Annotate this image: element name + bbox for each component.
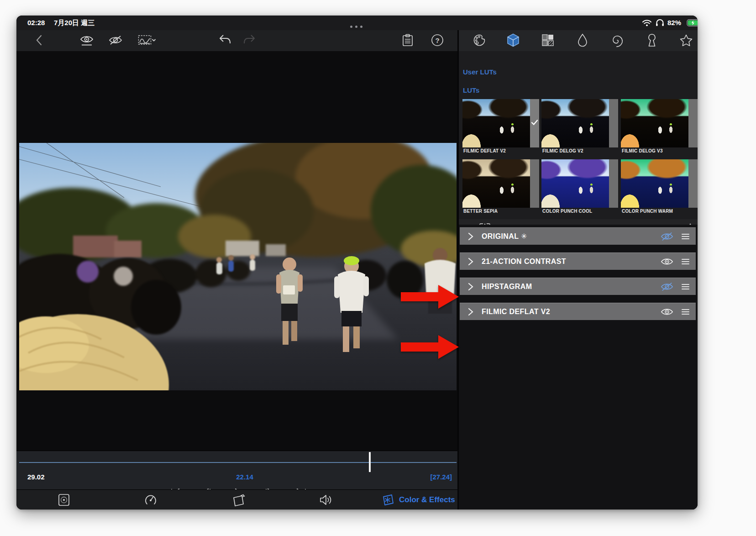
frame-fit-button[interactable]: [55, 492, 73, 508]
effects-grid-icon: [541, 34, 554, 47]
eye-icon: [79, 34, 94, 46]
tab-color[interactable]: [472, 32, 487, 48]
wifi-icon: [642, 19, 652, 26]
undo-icon: [218, 34, 232, 46]
layer-row-hipstagram[interactable]: HIPSTAGRAM: [460, 278, 696, 295]
preview-pane: [16, 51, 457, 451]
timeline-track[interactable]: [19, 462, 457, 463]
back-button[interactable]: [31, 32, 47, 48]
layer-row-original[interactable]: ORIGINAL ✳: [460, 227, 696, 245]
lut-cell-color-punch-cool[interactable]: COLOR PUNCH COOL: [541, 159, 618, 216]
preview-toolbar: ?: [16, 30, 457, 52]
chevron-right-icon[interactable]: [467, 257, 474, 266]
hide-effects-button[interactable]: [108, 32, 123, 48]
drag-handle-icon[interactable]: [682, 283, 689, 291]
playhead[interactable]: [369, 452, 371, 472]
lut-thumbnail: [541, 159, 609, 208]
distort-spiral-icon: [610, 33, 624, 47]
undo-button[interactable]: [217, 32, 233, 48]
bottom-toolbar: Color & Effects: [16, 489, 457, 510]
drag-handle-icon[interactable]: [682, 257, 689, 266]
drag-handle-icon[interactable]: [682, 232, 689, 241]
lut-thumbnail: [621, 99, 688, 147]
tab-favorites[interactable]: [678, 32, 694, 48]
tab-luts[interactable]: [505, 32, 521, 48]
battery-charging-icon: [687, 19, 698, 26]
color-effects-icon: [381, 493, 395, 507]
multitask-indicator[interactable]: [349, 21, 364, 30]
lut-thumbnail: [462, 159, 530, 208]
luts-heading[interactable]: LUTs: [463, 86, 479, 94]
eye-icon[interactable]: [660, 307, 674, 317]
layer-row-filmic-deflat-v2[interactable]: FILMIC DEFLAT V2: [460, 303, 696, 320]
annotation-arrow-2: [401, 335, 459, 359]
keying-icon: [646, 33, 658, 47]
layer-label: HIPSTAGRAM: [482, 283, 532, 291]
scopes-icon: [138, 34, 156, 46]
eye-off-icon: [108, 35, 123, 45]
range-end-time: [27.24]: [397, 473, 452, 481]
back-chevron-icon: [36, 35, 42, 46]
lut-cell-filmic-deflat-v2[interactable]: FILMIC DEFLAT V2: [462, 99, 539, 156]
lut-name: FILMIC DELOG V2: [542, 148, 618, 153]
layer-label: FILMIC DEFLAT V2: [482, 308, 550, 316]
transform-button[interactable]: [230, 492, 248, 508]
help-icon: ?: [431, 34, 444, 47]
frame-fit-icon: [57, 493, 71, 507]
scopes-button[interactable]: [137, 32, 157, 48]
redo-button[interactable]: [242, 32, 257, 48]
annotation-arrow-1: [401, 284, 459, 309]
audio-button[interactable]: [316, 492, 335, 508]
lut-cell-better-sepia[interactable]: BETTER SEPIA: [462, 159, 539, 216]
eye-off-blue-icon[interactable]: [660, 282, 674, 292]
speed-button[interactable]: [142, 492, 160, 508]
current-time: 22.14: [217, 473, 272, 481]
drag-handle-icon[interactable]: [682, 308, 689, 316]
layer-row-21-action-contrast[interactable]: 21-ACTION CONTRAST: [460, 252, 696, 270]
tab-effects[interactable]: [540, 32, 556, 48]
lut-cell-color-punch-warm[interactable]: COLOR PUNCH WARM: [621, 159, 698, 216]
clipboard-icon: [402, 34, 414, 47]
tab-distort[interactable]: [609, 32, 625, 48]
layer-label: 21-ACTION CONTRAST: [482, 257, 566, 266]
show-effects-button[interactable]: [79, 32, 94, 48]
favorites-star-icon: [679, 34, 693, 47]
eye-icon[interactable]: [660, 257, 674, 267]
clipboard-button[interactable]: [400, 32, 415, 48]
lut-thumbnail: [462, 99, 530, 147]
chevron-right-icon[interactable]: [467, 232, 474, 241]
color-effects-button[interactable]: [379, 492, 397, 508]
lut-name: COLOR PUNCH COOL: [542, 209, 618, 214]
status-time: 02:28: [27, 19, 45, 26]
svg-text:?: ?: [435, 37, 439, 44]
lut-name: FILMIC DELOG V3: [622, 148, 698, 153]
lut-thumbnail: [621, 159, 688, 208]
eye-off-blue-icon[interactable]: [660, 231, 674, 242]
app-window: 02:28 7月20日 週三 82%: [16, 16, 698, 510]
lut-strip: [609, 159, 618, 208]
palette-icon: [473, 34, 486, 47]
chevron-right-icon[interactable]: [467, 282, 474, 291]
lut-selected-strip: [530, 99, 539, 147]
lut-name: COLOR PUNCH WARM: [622, 209, 698, 214]
clip-duration: 29.02: [27, 473, 45, 481]
lut-cube-icon: [507, 33, 520, 47]
lut-thumbnail: [541, 99, 609, 147]
tab-keying[interactable]: [644, 32, 660, 48]
headphones-icon: [656, 19, 664, 26]
color-effects-label[interactable]: Color & Effects: [399, 495, 455, 504]
lut-name: BETTER SEPIA: [463, 209, 539, 214]
lut-cell-filmic-delog-v3[interactable]: FILMIC DELOG V3: [621, 99, 698, 156]
user-luts-heading[interactable]: User LUTs: [463, 68, 497, 76]
effect-layers-area: ORIGINAL ✳ 21-ACTION CONTRAST HIPSTAGRAM…: [459, 225, 698, 510]
layer-label: ORIGINAL ✳: [482, 232, 527, 241]
video-frame: [19, 143, 457, 390]
transform-icon: [231, 493, 246, 507]
chevron-right-icon[interactable]: [467, 307, 474, 316]
tab-blur[interactable]: [575, 32, 590, 48]
lut-cell-filmic-delog-v2[interactable]: FILMIC DELOG V2: [541, 99, 618, 156]
battery-percent: 82%: [667, 19, 681, 26]
audio-icon: [319, 494, 332, 506]
redo-icon: [242, 34, 256, 46]
help-button[interactable]: ?: [430, 32, 445, 48]
